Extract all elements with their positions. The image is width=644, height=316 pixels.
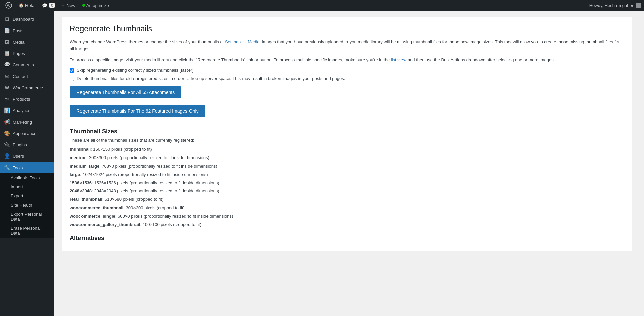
submenu-export[interactable]: Export bbox=[0, 191, 54, 200]
admin-menu: ⊞ Dashboard 📄 Posts 🖼 Media 📋 Pages 💬 Co… bbox=[0, 11, 54, 316]
svg-text:W: W bbox=[7, 4, 11, 8]
alternatives-title: Alternatives bbox=[70, 235, 624, 242]
size-list-item: medium: 300×300 pixels (proportionally r… bbox=[70, 154, 624, 162]
thumbnail-sizes-desc: These are all of the thumbnail sizes tha… bbox=[70, 138, 624, 143]
user-avatar[interactable] bbox=[636, 3, 641, 8]
description-2: To process a specific image, visit your … bbox=[70, 57, 624, 64]
delete-old-checkbox[interactable] bbox=[70, 77, 74, 81]
sidebar-label-media: Media bbox=[13, 40, 24, 45]
skip-existing-label: Skip regenerating existing correctly siz… bbox=[77, 67, 195, 73]
sidebar-item-appearance[interactable]: 🎨 Appearance bbox=[0, 128, 54, 139]
submenu-export-personal-data[interactable]: Export Personal Data bbox=[0, 210, 54, 224]
submenu-available-tools[interactable]: Available Tools bbox=[0, 173, 54, 182]
regenerate-featured-button[interactable]: Regenerate Thumbnails For The 62 Feature… bbox=[70, 105, 205, 117]
description-1: When you change WordPress themes or chan… bbox=[70, 39, 624, 53]
contact-icon: ✉ bbox=[4, 73, 10, 79]
sidebar-item-users[interactable]: 👤 Users bbox=[0, 150, 54, 162]
admin-bar: W 🏠 Retal 💬 0 + New Autoptimize Howdy, H… bbox=[0, 0, 644, 11]
woocommerce-icon: W bbox=[4, 85, 10, 91]
sidebar-label-tools: Tools bbox=[13, 165, 23, 170]
sidebar-label-woocommerce: WooCommerce bbox=[13, 85, 43, 90]
main-content: Regenerate Thumbnails When you change Wo… bbox=[54, 11, 644, 316]
submenu-label-erase-personal-data: Erase Personal Data bbox=[11, 226, 41, 236]
new-label: New bbox=[67, 3, 75, 8]
size-list-item: 2048x2048: 2048×2048 pixels (proportiona… bbox=[70, 188, 624, 195]
dashboard-icon: ⊞ bbox=[4, 16, 10, 22]
wp-logo-item[interactable]: W bbox=[3, 0, 15, 11]
tools-submenu: Available Tools Import Export Site Healt… bbox=[0, 173, 54, 238]
howdy-text: Howdy, Hesham gaber bbox=[589, 3, 633, 8]
marketing-icon: 📢 bbox=[4, 119, 10, 125]
delete-old-label: Delete thumbnail files for old unregiste… bbox=[77, 76, 345, 81]
sidebar-item-comments[interactable]: 💬 Comments bbox=[0, 59, 54, 71]
sidebar-label-marketing: Marketing bbox=[13, 120, 32, 125]
users-icon: 👤 bbox=[4, 153, 10, 159]
comments-icon: 💬 bbox=[4, 62, 10, 68]
autoptimize-item[interactable]: Autoptimize bbox=[79, 0, 112, 11]
products-icon: 🛍 bbox=[4, 96, 10, 102]
tools-icon: 🔧 bbox=[4, 165, 10, 171]
checkbox-row-1: Skip regenerating existing correctly siz… bbox=[70, 67, 624, 73]
size-list-item: retal_thumbnail: 510×680 pixels (cropped… bbox=[70, 196, 624, 203]
sidebar-label-products: Products bbox=[13, 97, 30, 102]
sidebar-label-plugins: Plugins bbox=[13, 142, 27, 147]
size-list-item: thumbnail: 150×150 pixels (cropped to fi… bbox=[70, 146, 624, 153]
submenu-label-export-personal-data: Export Personal Data bbox=[11, 212, 42, 222]
sidebar-label-pages: Pages bbox=[13, 51, 25, 56]
sidebar-item-plugins[interactable]: 🔌 Plugins bbox=[0, 139, 54, 150]
sidebar-item-analytics[interactable]: 📊 Analytics bbox=[0, 105, 54, 116]
submenu-import[interactable]: Import bbox=[0, 182, 54, 191]
content-wrap: Regenerate Thumbnails When you change Wo… bbox=[62, 17, 632, 251]
sidebar-item-marketing[interactable]: 📢 Marketing bbox=[0, 116, 54, 128]
comment-count: 0 bbox=[49, 3, 55, 8]
new-item[interactable]: + New bbox=[59, 0, 78, 11]
submenu-label-export: Export bbox=[11, 193, 23, 198]
sidebar-item-products[interactable]: 🛍 Products bbox=[0, 93, 54, 105]
skip-existing-checkbox[interactable] bbox=[70, 68, 74, 73]
regenerate-all-button[interactable]: Regenerate Thumbnails For All 65 Attachm… bbox=[70, 86, 181, 98]
submenu-label-available-tools: Available Tools bbox=[11, 175, 40, 180]
site-name: Retal bbox=[25, 3, 35, 8]
thumbnail-sizes-list: thumbnail: 150×150 pixels (cropped to fi… bbox=[70, 146, 624, 228]
size-list-item: woocommerce_thumbnail: 300×300 pixels (c… bbox=[70, 205, 624, 212]
page-title: Regenerate Thumbnails bbox=[70, 24, 624, 33]
site-name-item[interactable]: 🏠 Retal bbox=[16, 0, 38, 11]
sidebar-label-comments: Comments bbox=[13, 62, 34, 67]
size-list-item: 1536x1536: 1536×1536 pixels (proportiona… bbox=[70, 180, 624, 187]
sidebar-item-dashboard[interactable]: ⊞ Dashboard bbox=[0, 13, 54, 25]
thumbnail-sizes-title: Thumbnail Sizes bbox=[70, 128, 624, 135]
autoptimize-status-dot bbox=[82, 4, 85, 7]
pages-icon: 📋 bbox=[4, 50, 10, 56]
submenu-erase-personal-data[interactable]: Erase Personal Data bbox=[0, 224, 54, 238]
sidebar-label-posts: Posts bbox=[13, 28, 24, 33]
size-list-item: medium_large: 768×0 pixels (proportional… bbox=[70, 163, 624, 170]
submenu-label-import: Import bbox=[11, 184, 23, 189]
submenu-site-health[interactable]: Site Health bbox=[0, 200, 54, 210]
size-list-item: woocommerce_gallery_thumbnail: 100×100 p… bbox=[70, 221, 624, 228]
size-list-item: large: 1024×1024 pixels (proportionally … bbox=[70, 171, 624, 178]
sidebar-label-appearance: Appearance bbox=[13, 131, 36, 136]
list-view-link[interactable]: list view bbox=[391, 57, 407, 62]
plugins-icon: 🔌 bbox=[4, 142, 10, 148]
sidebar-label-contact: Contact bbox=[13, 74, 28, 79]
sidebar-item-posts[interactable]: 📄 Posts bbox=[0, 25, 54, 36]
sidebar-item-woocommerce[interactable]: W WooCommerce bbox=[0, 82, 54, 93]
settings-media-link[interactable]: Settings → Media bbox=[225, 39, 260, 44]
sidebar-item-tools[interactable]: 🔧 Tools bbox=[0, 162, 54, 173]
checkbox-row-2: Delete thumbnail files for old unregiste… bbox=[70, 76, 624, 81]
sidebar-item-media[interactable]: 🖼 Media bbox=[0, 36, 54, 48]
appearance-icon: 🎨 bbox=[4, 130, 10, 136]
sidebar-label-users: Users bbox=[13, 154, 24, 159]
comments-item[interactable]: 💬 0 bbox=[39, 0, 57, 11]
sidebar-label-dashboard: Dashboard bbox=[13, 17, 34, 22]
autoptimize-label: Autoptimize bbox=[86, 3, 109, 8]
sidebar-item-pages[interactable]: 📋 Pages bbox=[0, 48, 54, 59]
sidebar-item-contact[interactable]: ✉ Contact bbox=[0, 71, 54, 82]
sidebar-label-analytics: Analytics bbox=[13, 108, 30, 113]
posts-icon: 📄 bbox=[4, 28, 10, 34]
media-icon: 🖼 bbox=[4, 39, 10, 45]
submenu-label-site-health: Site Health bbox=[11, 202, 32, 208]
size-list-item: woocommerce_single: 600×0 pixels (propor… bbox=[70, 213, 624, 220]
analytics-icon: 📊 bbox=[4, 107, 10, 114]
